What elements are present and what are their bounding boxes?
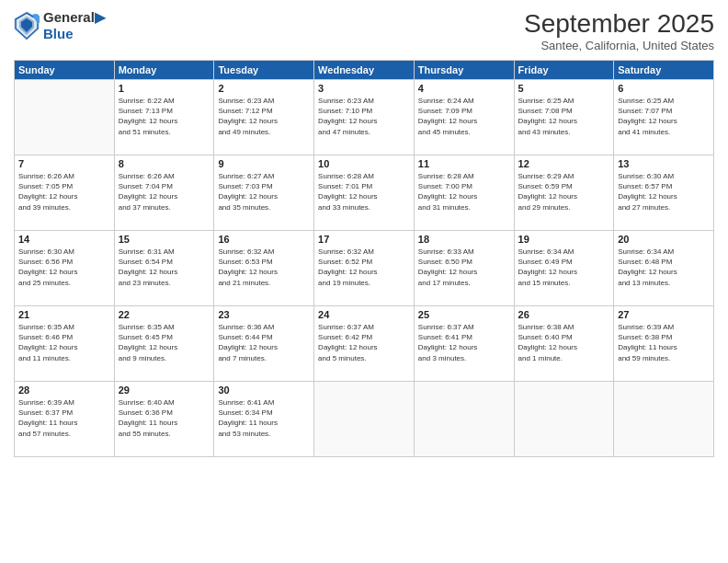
page: General▶ Blue September 2025 Santee, Cal… [0,0,728,563]
day-info: Sunrise: 6:28 AM Sunset: 7:01 PM Dayligh… [318,171,410,213]
header: General▶ Blue September 2025 Santee, Cal… [14,9,714,52]
day-info: Sunrise: 6:23 AM Sunset: 7:10 PM Dayligh… [318,96,410,137]
logo: General▶ Blue [14,9,106,41]
calendar-day: 9Sunrise: 6:27 AM Sunset: 7:03 PM Daylig… [214,155,314,231]
day-number: 13 [618,158,710,169]
calendar-week-1: 1Sunrise: 6:22 AM Sunset: 7:13 PM Daylig… [15,80,714,155]
day-number: 12 [518,158,610,169]
calendar-day: 14Sunrise: 6:30 AM Sunset: 6:56 PM Dayli… [15,231,115,306]
day-number: 21 [18,309,110,320]
calendar-day: 22Sunrise: 6:35 AM Sunset: 6:45 PM Dayli… [114,306,214,382]
calendar-day: 6Sunrise: 6:25 AM Sunset: 7:07 PM Daylig… [614,80,714,155]
calendar-day: 21Sunrise: 6:35 AM Sunset: 6:46 PM Dayli… [15,306,115,382]
calendar-day: 25Sunrise: 6:37 AM Sunset: 6:41 PM Dayli… [414,306,514,382]
location: Santee, California, United States [524,39,714,52]
day-number: 3 [318,83,410,94]
calendar-day: 19Sunrise: 6:34 AM Sunset: 6:49 PM Dayli… [514,231,614,306]
calendar-day: 24Sunrise: 6:37 AM Sunset: 6:42 PM Dayli… [314,306,415,382]
day-number: 7 [18,158,110,169]
day-number: 20 [618,234,710,245]
calendar-day [614,382,714,457]
logo-text: General▶ Blue [43,9,106,41]
day-info: Sunrise: 6:32 AM Sunset: 6:53 PM Dayligh… [218,247,310,288]
day-number: 25 [418,309,510,320]
calendar-day: 20Sunrise: 6:34 AM Sunset: 6:48 PM Dayli… [614,231,714,306]
day-info: Sunrise: 6:32 AM Sunset: 6:52 PM Dayligh… [318,247,410,288]
day-info: Sunrise: 6:24 AM Sunset: 7:09 PM Dayligh… [418,96,510,137]
day-info: Sunrise: 6:30 AM Sunset: 6:57 PM Dayligh… [618,171,710,213]
logo-icon [14,11,40,40]
calendar-day: 29Sunrise: 6:40 AM Sunset: 6:36 PM Dayli… [114,382,214,457]
calendar-day: 8Sunrise: 6:26 AM Sunset: 7:04 PM Daylig… [114,155,214,231]
day-info: Sunrise: 6:23 AM Sunset: 7:12 PM Dayligh… [218,96,310,137]
day-info: Sunrise: 6:38 AM Sunset: 6:40 PM Dayligh… [518,322,610,363]
header-tuesday: Tuesday [214,61,314,80]
calendar-day: 1Sunrise: 6:22 AM Sunset: 7:13 PM Daylig… [114,80,214,155]
day-info: Sunrise: 6:33 AM Sunset: 6:50 PM Dayligh… [418,247,510,288]
day-info: Sunrise: 6:26 AM Sunset: 7:04 PM Dayligh… [119,171,210,213]
header-sunday: Sunday [15,61,115,80]
day-info: Sunrise: 6:25 AM Sunset: 7:07 PM Dayligh… [618,96,710,137]
day-number: 11 [418,158,510,169]
calendar-day: 12Sunrise: 6:29 AM Sunset: 6:59 PM Dayli… [514,155,614,231]
day-info: Sunrise: 6:34 AM Sunset: 6:49 PM Dayligh… [518,247,610,288]
day-number: 9 [218,158,310,169]
day-info: Sunrise: 6:25 AM Sunset: 7:08 PM Dayligh… [518,96,610,137]
day-number: 23 [218,309,310,320]
day-number: 24 [318,309,410,320]
day-number: 5 [518,83,610,94]
calendar-day: 16Sunrise: 6:32 AM Sunset: 6:53 PM Dayli… [214,231,314,306]
day-info: Sunrise: 6:22 AM Sunset: 7:13 PM Dayligh… [119,96,210,137]
month-title: September 2025 [524,9,714,39]
header-row: Sunday Monday Tuesday Wednesday Thursday… [15,61,714,80]
day-info: Sunrise: 6:41 AM Sunset: 6:34 PM Dayligh… [218,397,310,439]
day-number: 19 [518,234,610,245]
day-info: Sunrise: 6:28 AM Sunset: 7:00 PM Dayligh… [418,171,510,213]
calendar-day: 5Sunrise: 6:25 AM Sunset: 7:08 PM Daylig… [514,80,614,155]
day-number: 1 [119,83,210,94]
day-info: Sunrise: 6:27 AM Sunset: 7:03 PM Dayligh… [218,171,310,213]
calendar-week-4: 21Sunrise: 6:35 AM Sunset: 6:46 PM Dayli… [15,306,714,382]
day-info: Sunrise: 6:36 AM Sunset: 6:44 PM Dayligh… [218,322,310,363]
day-number: 2 [218,83,310,94]
day-info: Sunrise: 6:29 AM Sunset: 6:59 PM Dayligh… [518,171,610,213]
day-number: 18 [418,234,510,245]
day-number: 4 [418,83,510,94]
calendar-day [414,382,514,457]
day-info: Sunrise: 6:26 AM Sunset: 7:05 PM Dayligh… [18,171,110,213]
day-number: 15 [119,234,210,245]
calendar-day: 10Sunrise: 6:28 AM Sunset: 7:01 PM Dayli… [314,155,415,231]
calendar-day: 27Sunrise: 6:39 AM Sunset: 6:38 PM Dayli… [614,306,714,382]
title-block: September 2025 Santee, California, Unite… [524,9,714,52]
calendar-day: 30Sunrise: 6:41 AM Sunset: 6:34 PM Dayli… [214,382,314,457]
calendar-day: 23Sunrise: 6:36 AM Sunset: 6:44 PM Dayli… [214,306,314,382]
day-number: 17 [318,234,410,245]
calendar-week-3: 14Sunrise: 6:30 AM Sunset: 6:56 PM Dayli… [15,231,714,306]
calendar-day: 26Sunrise: 6:38 AM Sunset: 6:40 PM Dayli… [514,306,614,382]
day-info: Sunrise: 6:30 AM Sunset: 6:56 PM Dayligh… [18,247,110,288]
calendar-week-2: 7Sunrise: 6:26 AM Sunset: 7:05 PM Daylig… [15,155,714,231]
day-number: 16 [218,234,310,245]
day-info: Sunrise: 6:35 AM Sunset: 6:46 PM Dayligh… [18,322,110,363]
calendar-day: 7Sunrise: 6:26 AM Sunset: 7:05 PM Daylig… [15,155,115,231]
day-number: 29 [119,385,210,396]
day-number: 30 [218,385,310,396]
header-wednesday: Wednesday [314,61,415,80]
day-number: 28 [18,385,110,396]
day-number: 27 [618,309,710,320]
day-info: Sunrise: 6:35 AM Sunset: 6:45 PM Dayligh… [119,322,210,363]
calendar-table: Sunday Monday Tuesday Wednesday Thursday… [14,60,714,457]
calendar-day: 18Sunrise: 6:33 AM Sunset: 6:50 PM Dayli… [414,231,514,306]
header-saturday: Saturday [614,61,714,80]
day-number: 10 [318,158,410,169]
day-number: 8 [119,158,210,169]
calendar-day: 13Sunrise: 6:30 AM Sunset: 6:57 PM Dayli… [614,155,714,231]
header-thursday: Thursday [414,61,514,80]
calendar-day: 11Sunrise: 6:28 AM Sunset: 7:00 PM Dayli… [414,155,514,231]
calendar-day [514,382,614,457]
day-number: 14 [18,234,110,245]
calendar-day: 4Sunrise: 6:24 AM Sunset: 7:09 PM Daylig… [414,80,514,155]
calendar-day [314,382,415,457]
day-info: Sunrise: 6:39 AM Sunset: 6:38 PM Dayligh… [618,322,710,363]
day-info: Sunrise: 6:37 AM Sunset: 6:42 PM Dayligh… [318,322,410,363]
